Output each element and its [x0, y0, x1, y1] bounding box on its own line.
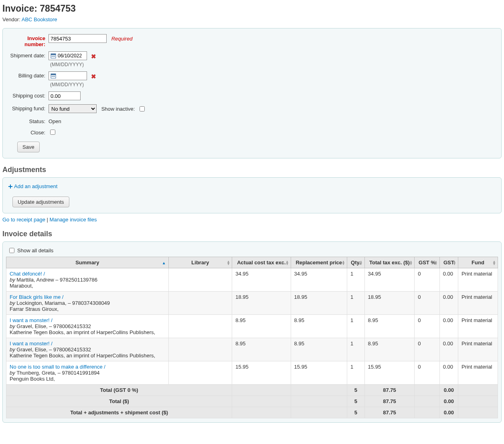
cell-library — [168, 268, 232, 292]
item-by: by — [10, 370, 15, 376]
vendor-link[interactable]: ABC Bookstore — [22, 16, 57, 22]
billing-date-label: Billing date: — [8, 71, 49, 79]
cell-library — [168, 315, 232, 338]
svg-rect-3 — [53, 56, 54, 57]
shipping-cost-label: Shipping cost: — [8, 91, 49, 99]
add-adjustment-label: Add an adjustment — [14, 183, 57, 189]
page-title: Invoice: 7854753 — [2, 3, 502, 14]
item-title-link[interactable]: No one is too small to make a difference… — [10, 364, 105, 370]
title-prefix: Invoice: — [2, 3, 40, 14]
cell-gst-pct: 0 — [415, 361, 439, 385]
item-title-link[interactable]: For Black girls like me / — [10, 294, 63, 300]
cell-actual-cost: 8.95 — [232, 338, 291, 361]
invoice-details-table: Summary▲ Library▲▼ Actual cost tax exc.▲… — [6, 257, 498, 418]
show-inactive-checkbox[interactable] — [140, 106, 145, 112]
invoice-details-panel: Show all details Summary▲ Library▲▼ Actu… — [2, 241, 502, 423]
cell-summary: I want a monster! /by Gravel, Elise, – 9… — [6, 338, 169, 361]
col-gst[interactable]: GST▲▼ — [439, 257, 458, 268]
item-by: by — [10, 277, 15, 283]
shipment-date-label: Shipment date: — [8, 51, 49, 59]
item-author: Thunberg, Greta, – 9780141991894 — [16, 370, 99, 376]
cell-gst: 0.00 — [439, 338, 458, 361]
shipping-cost-input[interactable] — [49, 91, 81, 100]
add-adjustment-link[interactable]: Add an adjustment — [8, 183, 57, 189]
cell-replacement: 8.95 — [291, 338, 347, 361]
table-footer-row: Total ($)587.750.00 — [6, 396, 498, 407]
item-by: by — [10, 347, 15, 353]
adjustments-panel: Add an adjustment Update adjustments — [2, 177, 502, 213]
cell-actual-cost: 34.95 — [232, 268, 291, 292]
clear-shipment-date-icon[interactable]: ✖ — [91, 53, 96, 60]
footer-empty — [458, 385, 498, 396]
cell-gst-pct: 0 — [415, 268, 439, 292]
svg-rect-2 — [52, 56, 53, 57]
cell-fund: Print material — [458, 361, 498, 385]
close-label: Close: — [8, 128, 49, 136]
table-footer-row: Total + adjustments + shipment cost ($)5… — [6, 407, 498, 418]
manage-files-link[interactable]: Manage invoice files — [50, 217, 97, 223]
cell-replacement: 8.95 — [291, 315, 347, 338]
update-adjustments-button[interactable]: Update adjustments — [12, 197, 69, 207]
footer-empty — [232, 396, 291, 407]
sort-icon: ▲▼ — [227, 260, 230, 265]
cell-qty: 1 — [347, 315, 364, 338]
cell-replacement: 18.95 — [291, 292, 347, 315]
col-actual-cost-label: Actual cost tax exc. — [237, 260, 285, 266]
vendor-line: Vendor: ABC Bookstore — [2, 16, 502, 22]
billing-date-wrap[interactable] — [49, 71, 87, 80]
item-title-link[interactable]: I want a monster! / — [10, 341, 53, 347]
footer-label: Total ($) — [6, 396, 232, 407]
receipt-page-link[interactable]: Go to receipt page — [2, 217, 45, 223]
cell-qty: 1 — [347, 338, 364, 361]
save-button[interactable]: Save — [17, 142, 40, 152]
table-row: No one is too small to make a difference… — [6, 361, 498, 385]
col-qty[interactable]: Qty.▲▼ — [347, 257, 364, 268]
cell-total: 34.95 — [364, 268, 415, 292]
shipment-date-wrap[interactable] — [49, 51, 87, 60]
col-actual-cost[interactable]: Actual cost tax exc.▲▼ — [232, 257, 291, 268]
cell-fund: Print material — [458, 315, 498, 338]
table-row: I want a monster! /by Gravel, Elise, – 9… — [6, 338, 498, 361]
cell-total: 8.95 — [364, 315, 415, 338]
item-publisher: Katherine Tegen Books, an imprint of Har… — [10, 353, 155, 359]
billing-date-input[interactable] — [58, 72, 83, 79]
invoice-form-panel: Invoice number: Required Shipment date: … — [2, 28, 502, 158]
shipping-fund-select[interactable]: No fund — [49, 104, 97, 113]
footer-label: Total (GST 0 %) — [6, 385, 232, 396]
col-gst-pct[interactable]: GST %▲▼ — [415, 257, 439, 268]
cell-gst: 0.00 — [439, 268, 458, 292]
cell-qty: 1 — [347, 292, 364, 315]
col-summary[interactable]: Summary▲ — [6, 257, 169, 268]
svg-rect-6 — [51, 74, 56, 75]
clear-billing-date-icon[interactable]: ✖ — [91, 73, 96, 80]
cell-qty: 1 — [347, 361, 364, 385]
sort-icon: ▲▼ — [342, 260, 345, 265]
item-title-link[interactable]: Chat défoncé! / — [10, 271, 45, 277]
item-title-link[interactable]: I want a monster! / — [10, 317, 53, 323]
action-links: Go to receipt page | Manage invoice file… — [2, 217, 502, 223]
cell-gst-pct: 0 — [415, 292, 439, 315]
show-all-details-checkbox[interactable] — [9, 248, 14, 253]
invoice-number-input[interactable] — [49, 34, 107, 43]
svg-rect-4 — [54, 56, 55, 57]
close-checkbox[interactable] — [50, 130, 55, 135]
item-publisher: Katherine Tegen Books, an imprint of Har… — [10, 329, 155, 335]
calendar-icon — [51, 53, 56, 59]
svg-rect-1 — [51, 54, 56, 55]
shipment-date-input[interactable] — [58, 52, 83, 59]
svg-rect-11 — [8, 186, 12, 187]
status-value: Open — [49, 117, 496, 124]
cell-summary: No one is too small to make a difference… — [6, 361, 169, 385]
show-inactive-label: Show inactive: — [101, 106, 135, 112]
sort-icon: ▲▼ — [453, 260, 456, 265]
col-total[interactable]: Total tax exc. ($)▲▼ — [364, 257, 415, 268]
footer-qty: 5 — [347, 385, 364, 396]
show-all-details-label: Show all details — [17, 247, 53, 253]
col-fund[interactable]: Fund▲▼ — [458, 257, 498, 268]
footer-empty — [458, 396, 498, 407]
col-library[interactable]: Library▲▼ — [168, 257, 232, 268]
table-row: Chat défoncé! /by Marttila, Andrew – 978… — [6, 268, 498, 292]
billing-date-hint: (MM/DD/YYYY) — [50, 82, 496, 87]
col-replacement[interactable]: Replacement price▲▼ — [291, 257, 347, 268]
cell-fund: Print material — [458, 268, 498, 292]
